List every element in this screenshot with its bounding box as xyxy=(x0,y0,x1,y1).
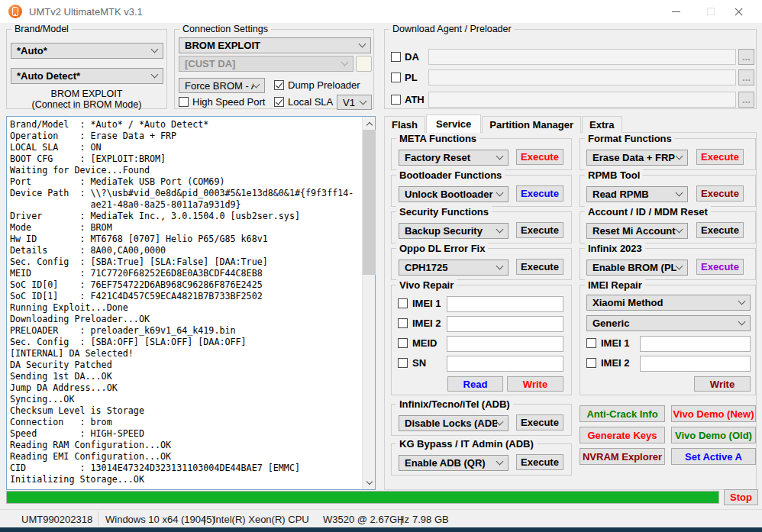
tab-flash[interactable]: Flash xyxy=(384,116,425,133)
imei-repair-imei2-checkbox[interactable] xyxy=(586,358,596,368)
high-speed-port-checkbox[interactable] xyxy=(179,97,189,107)
imei-repair-imei1-checkbox[interactable] xyxy=(586,338,596,348)
vivo-meid-label: MEID xyxy=(412,337,438,349)
scroll-up-icon[interactable] xyxy=(363,117,376,130)
imei-repair-imei2-label: IMEI 2 xyxy=(601,357,630,369)
log-scrollbar[interactable] xyxy=(362,117,375,489)
status-cpu-speed: W3520 @ 2.67GHz xyxy=(323,514,409,525)
rpmb-select[interactable]: Read RPMB xyxy=(586,186,688,202)
chevron-down-icon xyxy=(496,418,504,426)
vivo-meid-checkbox[interactable] xyxy=(398,338,408,348)
vivo-imei1-field[interactable] xyxy=(447,296,563,312)
nvram-explorer-button[interactable]: NVRAM Explorer xyxy=(580,448,665,465)
brand-select[interactable]: *Auto* xyxy=(11,43,163,59)
boot-mode-select-value: BROM EXPLOIT xyxy=(185,40,360,51)
chevron-down-icon xyxy=(496,153,504,160)
bootloader-execute-button[interactable]: Execute xyxy=(516,185,563,202)
format-execute-button[interactable]: Execute xyxy=(696,149,744,165)
vivo-sn-checkbox[interactable] xyxy=(398,358,408,368)
da-path-field[interactable] xyxy=(428,49,736,65)
app-window: UMTv2 UltimateMTK v3.1 Brand/Model *Auto… xyxy=(0,0,762,532)
pl-checkbox[interactable] xyxy=(391,73,401,82)
imei-method-select[interactable]: Xiaomi Method xyxy=(586,295,751,311)
bootloader-function-select[interactable]: Unlock Bootloader xyxy=(399,186,509,202)
kg-bypass-label: KG Bypass / IT Admin (ADB) xyxy=(396,438,537,450)
vivo-imei1-checkbox[interactable] xyxy=(398,298,408,308)
model-select[interactable]: *Auto Detect* xyxy=(11,68,163,84)
log-console[interactable]: Brand/Model : *Auto* / *Auto Detect* Ope… xyxy=(6,116,376,490)
oppo-execute-button[interactable]: Execute xyxy=(516,259,563,275)
kg-bypass-select[interactable]: Enable ADB (QR) xyxy=(399,455,509,471)
oppo-model-select[interactable]: CPH1725 xyxy=(399,260,509,276)
vivo-imei2-checkbox[interactable] xyxy=(398,318,408,328)
format-functions-label: Format Functions xyxy=(585,133,675,144)
imei-repair-write-button[interactable]: Write xyxy=(694,376,751,392)
tab-service[interactable]: Service xyxy=(426,114,481,133)
anti-crack-info-button[interactable]: Anti-Crack Info xyxy=(580,405,665,422)
chevron-down-icon xyxy=(151,71,159,79)
minimize-button[interactable] xyxy=(659,0,693,23)
scroll-down-icon[interactable] xyxy=(363,476,376,489)
imei-repair-imei2-field[interactable] xyxy=(640,356,751,372)
force-brom-select[interactable]: Force BROM - Auto xyxy=(179,78,265,93)
bootloader-functions-group: Bootloader Functions Unlock Bootloader E… xyxy=(391,175,572,207)
rpmb-execute-button[interactable]: Execute xyxy=(696,185,744,202)
dump-preloader-checkbox[interactable] xyxy=(274,80,284,90)
infinix-2023-select[interactable]: Enable BROM (PL) xyxy=(586,260,688,276)
stop-button[interactable]: Stop xyxy=(724,489,758,505)
pl-path-field[interactable] xyxy=(428,69,736,85)
local-sla-checkbox[interactable] xyxy=(274,97,284,107)
generate-keys-button[interactable]: Generate Keys xyxy=(580,427,665,443)
service-tab-page: META Functions Factory Reset Execute Boo… xyxy=(384,132,757,490)
ath-browse-button[interactable]: ... xyxy=(738,92,754,108)
infinix-adb-select[interactable]: Disable Locks (ADB) xyxy=(399,415,509,431)
minimize-icon xyxy=(672,11,680,12)
scrollbar-thumb[interactable] xyxy=(363,130,376,275)
da-checkbox[interactable] xyxy=(391,52,401,62)
set-active-a-button[interactable]: Set Active A xyxy=(671,448,756,465)
close-button[interactable] xyxy=(722,0,756,23)
account-reset-select[interactable]: Reset Mi Account xyxy=(586,223,688,239)
security-function-select[interactable]: Backup Security xyxy=(399,223,509,239)
vivo-sn-field[interactable] xyxy=(447,356,563,372)
vivo-write-button[interactable]: Write xyxy=(507,376,563,392)
imei-variant-select[interactable]: Generic xyxy=(586,315,751,331)
meta-execute-button[interactable]: Execute xyxy=(516,149,563,165)
brand-select-value: *Auto* xyxy=(17,45,152,56)
tab-bar: Flash Service Partition Manager Extra xyxy=(384,114,623,133)
status-serial: UMT990202318 xyxy=(21,514,92,525)
cust-da-options-button[interactable] xyxy=(356,56,372,72)
ath-label: ATH xyxy=(405,94,425,105)
status-cpu: Intel(R) Xeon(R) CPU xyxy=(213,514,309,525)
vivo-read-button[interactable]: Read xyxy=(447,376,503,392)
tab-partition-manager[interactable]: Partition Manager xyxy=(482,116,581,133)
chevron-down-icon xyxy=(151,46,159,53)
vivo-imei1-label: IMEI 1 xyxy=(412,298,441,309)
progress-fill xyxy=(7,492,718,503)
meta-function-select[interactable]: Factory Reset xyxy=(399,150,509,166)
vivo-meid-field[interactable] xyxy=(447,336,563,352)
format-function-select[interactable]: Erase Data + FRP xyxy=(586,150,688,166)
ath-checkbox[interactable] xyxy=(391,95,401,105)
format-functions-group: Format Functions Erase Data + FRP Execut… xyxy=(580,138,756,170)
infinix-2023-execute-button[interactable]: Execute xyxy=(696,259,744,275)
tab-extra[interactable]: Extra xyxy=(582,116,622,133)
boot-mode-select[interactable]: BROM EXPLOIT xyxy=(179,37,371,53)
ath-path-field[interactable] xyxy=(428,92,736,108)
sla-version-select[interactable]: V1 xyxy=(337,95,372,110)
vivo-imei2-field[interactable] xyxy=(447,316,563,332)
vivo-demo-old-button[interactable]: Vivo Demo (Old) xyxy=(671,427,756,443)
vivo-demo-new-button[interactable]: Vivo Demo (New) xyxy=(671,405,756,422)
security-execute-button[interactable]: Execute xyxy=(516,222,563,238)
account-reset-select-value: Reset Mi Account xyxy=(592,225,676,237)
mode-note-line1: BROM EXPLOIT xyxy=(7,89,166,99)
kg-bypass-execute-button[interactable]: Execute xyxy=(516,454,563,470)
da-browse-button[interactable]: ... xyxy=(738,49,754,65)
pl-browse-button[interactable]: ... xyxy=(738,69,754,85)
meta-function-select-value: Factory Reset xyxy=(405,152,497,163)
imei-repair-imei1-field[interactable] xyxy=(640,336,751,352)
account-execute-button[interactable]: Execute xyxy=(696,222,744,238)
connection-settings-group: Connection Settings BROM EXPLOIT [CUST D… xyxy=(174,29,374,109)
infinix-adb-execute-button[interactable]: Execute xyxy=(516,414,563,430)
window-title: UMTv2 UltimateMTK v3.1 xyxy=(29,6,143,18)
